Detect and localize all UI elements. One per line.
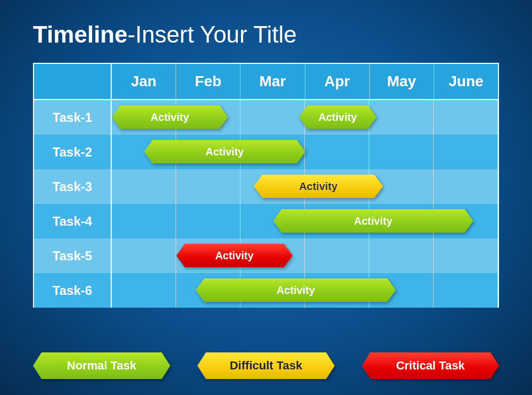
task-label: Task-4 xyxy=(34,204,112,238)
activity-bar-label: Activity xyxy=(196,278,396,302)
month-header: Apr xyxy=(305,64,370,99)
task-row: Task-1ActivityActivity xyxy=(34,100,498,135)
activity-bar-label: Activity xyxy=(273,209,473,233)
grid-cell xyxy=(434,273,498,308)
grid-cell xyxy=(369,135,434,169)
chart-body: Task-1ActivityActivityTask-2ActivityTask… xyxy=(34,100,498,308)
month-header: May xyxy=(370,64,434,99)
gantt-chart: JanFebMarAprMayJune Task-1ActivityActivi… xyxy=(33,63,499,308)
row-grid: Activity xyxy=(112,273,498,308)
grid-cell xyxy=(112,238,176,273)
activity-bar[interactable]: Activity xyxy=(112,105,228,129)
row-grid: Activity xyxy=(112,135,498,169)
task-label: Task-5 xyxy=(34,238,112,273)
month-header: June xyxy=(434,64,498,99)
task-label: Task-3 xyxy=(34,169,112,204)
task-row: Task-4Activity xyxy=(34,204,498,238)
grid-cell xyxy=(240,100,305,135)
grid-cell xyxy=(434,169,498,204)
row-grid: Activity xyxy=(112,204,498,238)
grid-cell xyxy=(112,273,176,308)
task-row: Task-3Activity xyxy=(34,169,498,204)
grid-cell xyxy=(369,100,434,135)
row-grid: Activity xyxy=(112,238,498,273)
legend: Normal TaskDifficult TaskCritical Task xyxy=(33,352,499,379)
legend-item-label: Difficult Task xyxy=(197,352,335,379)
slide-title: Timeline-Insert Your Title xyxy=(33,21,499,48)
grid-cell xyxy=(112,204,176,238)
legend-item: Difficult Task xyxy=(197,352,335,379)
activity-bar-label: Activity xyxy=(112,105,228,129)
month-header: Jan xyxy=(112,64,176,99)
header-label-spacer xyxy=(34,64,112,99)
legend-item-label: Normal Task xyxy=(33,352,170,379)
grid-cell xyxy=(434,100,498,135)
grid-cell xyxy=(369,238,434,273)
activity-bar-label: Activity xyxy=(254,175,383,198)
grid-cell xyxy=(305,135,369,169)
grid-cell xyxy=(305,238,369,273)
month-header: Feb xyxy=(176,64,240,99)
activity-bar[interactable]: Activity xyxy=(254,175,383,198)
task-row: Task-2Activity xyxy=(34,135,498,169)
month-columns: JanFebMarAprMayJune xyxy=(112,64,498,99)
title-rest: -Insert Your Title xyxy=(128,21,297,47)
grid-cell xyxy=(176,204,240,238)
activity-bar[interactable]: Activity xyxy=(176,244,292,267)
activity-bar[interactable]: Activity xyxy=(273,209,473,233)
row-grid: Activity xyxy=(112,169,498,204)
month-header: Mar xyxy=(240,64,305,99)
grid-cell xyxy=(434,135,498,169)
task-row: Task-5Activity xyxy=(34,238,498,273)
activity-bar-label: Activity xyxy=(176,244,292,267)
grid-cell xyxy=(176,169,240,204)
activity-bar-label: Activity xyxy=(144,140,305,163)
activity-bar[interactable]: Activity xyxy=(196,278,396,302)
task-label: Task-6 xyxy=(34,273,112,308)
legend-item-label: Critical Task xyxy=(362,352,499,379)
legend-item: Critical Task xyxy=(362,352,499,379)
activity-bar[interactable]: Activity xyxy=(299,105,377,129)
row-grid: ActivityActivity xyxy=(112,100,498,135)
legend-item: Normal Task xyxy=(33,352,170,379)
grid-cell xyxy=(112,169,176,204)
task-label: Task-2 xyxy=(34,135,112,169)
activity-bar[interactable]: Activity xyxy=(144,140,305,163)
title-bold: Timeline xyxy=(33,21,128,47)
grid-cell xyxy=(434,238,498,273)
activity-bar-label: Activity xyxy=(299,105,377,129)
task-label: Task-1 xyxy=(34,100,112,135)
task-row: Task-6Activity xyxy=(34,273,498,308)
month-header-row: JanFebMarAprMayJune xyxy=(34,64,498,100)
